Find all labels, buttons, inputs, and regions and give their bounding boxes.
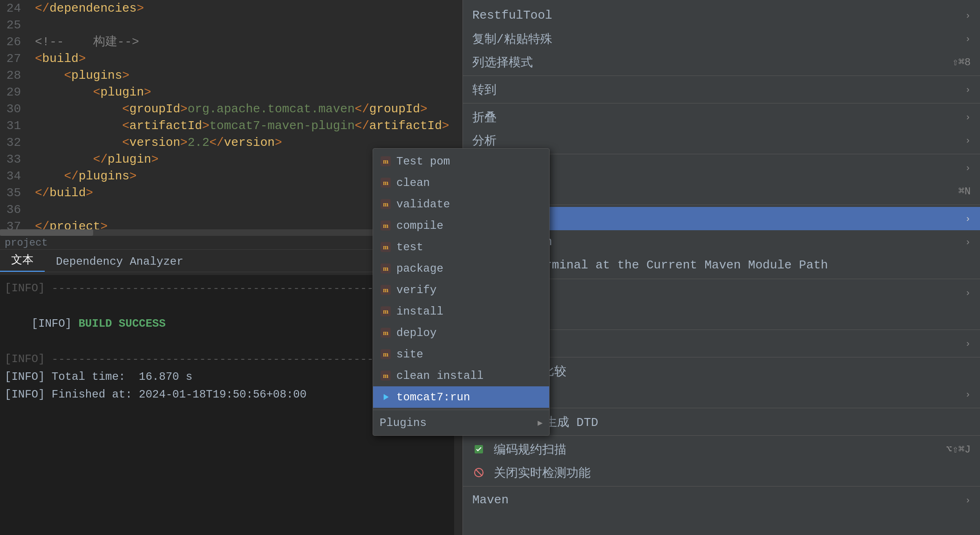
svg-text:m: m <box>383 308 388 315</box>
line-content: </build> <box>30 185 93 201</box>
maven-menu-item-install[interactable]: m install <box>373 301 549 322</box>
maven-icon: m <box>380 198 392 210</box>
submenu-arrow-icon: › <box>965 495 971 506</box>
main-menu-copy-paste[interactable]: 复制/粘贴特殊 › <box>463 27 980 50</box>
line-number: 25 <box>0 17 30 34</box>
svg-line-32 <box>476 469 482 476</box>
code-line-27: 27 <build> <box>0 50 454 67</box>
line-number: 32 <box>0 134 30 151</box>
line-number: 30 <box>0 101 30 117</box>
menu-separator <box>463 486 980 487</box>
maven-menu-item-tomcat7-run[interactable]: tomcat7:run <box>373 386 549 408</box>
submenu-arrow-icon: › <box>965 288 971 298</box>
line-content: <groupId>org.apache.tomcat.maven</groupI… <box>30 101 428 117</box>
tab-dependency-analyzer[interactable]: Dependency Analyzer <box>45 252 195 272</box>
main-menu-column-select[interactable]: 列选择模式 ⇧⌘8 <box>463 50 980 74</box>
line-content: <build> <box>30 50 86 67</box>
menu-top-space <box>463 0 980 4</box>
maven-menu-item-plugins[interactable]: Plugins ▶ <box>373 412 549 433</box>
main-menu-maven[interactable]: Maven › <box>463 488 980 512</box>
code-line-24: 24 </dependencies> <box>0 0 454 17</box>
submenu-arrow-icon: › <box>965 84 971 95</box>
line-number: 33 <box>0 151 30 168</box>
code-line-26: 26 <!-- 构建--> <box>0 34 454 50</box>
maven-icon: m <box>380 348 392 360</box>
maven-icon: m <box>380 284 392 296</box>
maven-menu-item-compile[interactable]: m compile <box>373 215 549 236</box>
svg-text:m: m <box>383 243 388 251</box>
disable-icon <box>472 466 485 479</box>
line-number: 31 <box>0 117 30 134</box>
line-number: 36 <box>0 201 30 218</box>
submenu-arrow-icon: › <box>965 237 971 247</box>
maven-menu-item-verify[interactable]: m verify <box>373 279 549 301</box>
line-content: </plugins> <box>30 168 136 185</box>
svg-text:m: m <box>383 350 388 358</box>
submenu-arrow-icon: › <box>965 34 971 44</box>
maven-icon: m <box>380 219 392 232</box>
line-number: 28 <box>0 67 30 84</box>
main-menu-fold[interactable]: 折叠 › <box>463 105 980 129</box>
menu-separator <box>373 410 549 410</box>
line-number: 24 <box>0 0 30 17</box>
menu-separator <box>463 75 980 76</box>
line-content: <version>2.2</version> <box>30 134 282 151</box>
maven-menu-item-package[interactable]: m package <box>373 258 549 279</box>
menu-separator <box>463 103 980 103</box>
svg-text:m: m <box>383 222 388 229</box>
main-menu-code-scan[interactable]: 编码规约扫描 ⌥⇧⌘J <box>463 438 980 461</box>
submenu-arrow-icon: › <box>965 135 971 146</box>
submenu-arrow-icon: › <box>965 10 971 21</box>
submenu-arrow-icon: › <box>965 389 971 400</box>
svg-text:m: m <box>383 329 388 336</box>
shortcut-label: ⌘N <box>959 185 971 198</box>
scrollbar-thumb[interactable] <box>0 229 93 236</box>
line-number: 34 <box>0 168 30 185</box>
line-number: 35 <box>0 185 30 201</box>
maven-menu-item-test[interactable]: m test <box>373 236 549 258</box>
maven-menu-item-test-pom[interactable]: m Test pom <box>373 151 549 172</box>
svg-text:m: m <box>383 372 388 379</box>
svg-text:m: m <box>383 286 388 294</box>
code-line-31: 31 <artifactId>tomcat7-maven-plugin</art… <box>0 117 454 134</box>
maven-icon: m <box>380 305 392 317</box>
submenu-arrow-icon: › <box>965 112 971 123</box>
submenu-arrow-icon: › <box>965 163 971 173</box>
code-line-29: 29 <plugin> <box>0 84 454 101</box>
main-menu-disable-realtime[interactable]: 关闭实时检测功能 <box>463 461 980 484</box>
tab-text[interactable]: 文本 <box>0 248 45 272</box>
shortcut-label: ⌥⇧⌘J <box>946 443 971 456</box>
code-line-28: 28 <plugins> <box>0 67 454 84</box>
svg-text:m: m <box>383 265 388 272</box>
svg-text:m: m <box>383 200 388 208</box>
maven-menu-item-clean-install[interactable]: m clean install <box>373 365 549 386</box>
project-name: project <box>5 237 48 249</box>
line-content: <!-- 构建--> <box>30 34 139 50</box>
line-content: <plugin> <box>30 84 151 101</box>
line-content: <plugins> <box>30 67 129 84</box>
shortcut-label: ⇧⌘8 <box>952 56 971 69</box>
submenu-arrow-icon: ▶ <box>538 418 543 428</box>
svg-text:m: m <box>383 179 388 186</box>
line-content: </plugin> <box>30 151 158 168</box>
maven-icon: m <box>380 327 392 339</box>
maven-menu-item-validate[interactable]: m validate <box>373 193 549 215</box>
main-menu-restfultool[interactable]: RestfulTool › <box>463 4 980 27</box>
line-content: <artifactId>tomcat7-maven-plugin</artifa… <box>30 117 449 134</box>
maven-menu-item-clean[interactable]: m clean <box>373 172 549 193</box>
maven-icon: m <box>380 241 392 253</box>
svg-text:m: m <box>383 158 388 165</box>
line-content: </dependencies> <box>30 0 144 17</box>
maven-run-icon <box>380 391 392 403</box>
maven-context-menu: m Test pom m clean m validate m compile … <box>373 148 550 436</box>
submenu-arrow-icon: › <box>965 213 971 224</box>
line-number: 27 <box>0 50 30 67</box>
code-line-25: 25 <box>0 17 454 34</box>
line-number: 26 <box>0 34 30 50</box>
maven-menu-item-site[interactable]: m site <box>373 343 549 365</box>
submenu-arrow-icon: › <box>965 338 971 349</box>
maven-icon: m <box>380 155 392 167</box>
main-menu-goto[interactable]: 转到 › <box>463 78 980 101</box>
maven-menu-item-deploy[interactable]: m deploy <box>373 322 549 343</box>
line-number: 29 <box>0 84 30 101</box>
